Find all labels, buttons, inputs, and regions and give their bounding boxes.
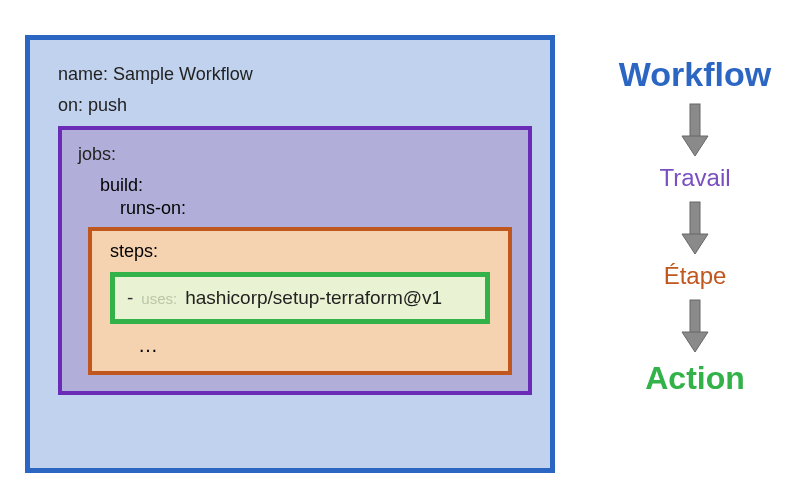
yaml-jobs-label: jobs: [78, 144, 512, 165]
steps-box: steps: - uses: hashicorp/setup-terraform… [88, 227, 512, 375]
svg-rect-4 [690, 300, 700, 334]
yaml-action-ref: hashicorp/setup-terraform@v1 [185, 287, 442, 309]
svg-rect-2 [690, 202, 700, 236]
yaml-runs-on-label: runs-on: [120, 198, 512, 219]
svg-marker-5 [682, 332, 708, 352]
yaml-name-value: Sample Workflow [113, 64, 253, 84]
down-arrow-icon [680, 200, 710, 256]
yaml-steps-label: steps: [110, 241, 490, 262]
yaml-ellipsis: … [138, 334, 490, 357]
jobs-box: jobs: build: runs-on: steps: - uses: has… [58, 126, 532, 395]
yaml-name-key: name: [58, 64, 108, 84]
yaml-name-line: name: Sample Workflow [58, 64, 532, 85]
yaml-build-label: build: [100, 175, 512, 196]
legend-step: Étape [590, 262, 800, 290]
down-arrow-icon [680, 102, 710, 158]
svg-rect-0 [690, 104, 700, 138]
svg-marker-3 [682, 234, 708, 254]
legend-job: Travail [590, 164, 800, 192]
action-box: - uses: hashicorp/setup-terraform@v1 [110, 272, 490, 324]
yaml-dash: - [127, 287, 133, 309]
yaml-on-line: on: push [58, 95, 532, 116]
yaml-on-value: push [88, 95, 127, 115]
down-arrow-icon [680, 298, 710, 354]
legend-column: Workflow Travail Étape Action [590, 55, 800, 397]
legend-workflow: Workflow [590, 55, 800, 94]
svg-marker-1 [682, 136, 708, 156]
yaml-uses-key: uses: [141, 290, 177, 307]
legend-action: Action [590, 360, 800, 397]
yaml-on-key: on: [58, 95, 83, 115]
workflow-box: name: Sample Workflow on: push jobs: bui… [25, 35, 555, 473]
